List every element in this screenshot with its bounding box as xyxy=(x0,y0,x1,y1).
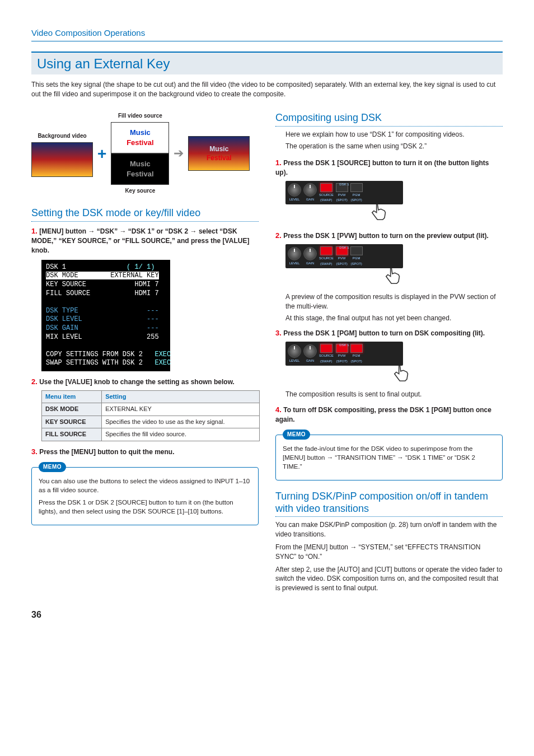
s1-t0: [MENU] button xyxy=(39,227,88,235)
rstep2-text: Press the DSK 1 [PVW] button to turn on … xyxy=(283,232,489,240)
output-video-thumb: Music Festival xyxy=(188,136,250,171)
lbl-pvw2: PVW xyxy=(338,256,346,260)
lbl-pgm3: PGM xyxy=(353,353,360,358)
page-title: Using an External Key xyxy=(31,52,503,74)
left-step-1: 1. [MENU] button → “DSK” → “DSK 1” or “D… xyxy=(31,226,259,371)
lbl-gain2: GAIN xyxy=(306,261,315,265)
memo-p1: You can also use the buttons to select t… xyxy=(39,477,251,494)
cell-r1a: DSK MODE xyxy=(42,403,102,416)
th-menu-item: Menu item xyxy=(42,391,102,403)
logo-line2-k: Festival xyxy=(127,169,153,179)
hw-panel-3: DSK 1 LEVEL GAIN SOURCE(SWAP) PVW(SPOT) … xyxy=(285,342,403,386)
lbl-source3: SOURCE xyxy=(319,353,334,358)
hand-icon3 xyxy=(392,362,403,386)
lbl-level2: LEVEL xyxy=(289,261,300,265)
hw-panel-2: DSK 1 LEVEL GAIN SOURCE(SWAP) PVW(SPOT) … xyxy=(285,244,403,289)
rstep2-body2: At this stage, the final output has not … xyxy=(285,314,503,323)
level-knob2 xyxy=(288,247,301,260)
menu-screenshot: DSK 1 ( 1/ 1) DSK MODE EXTERNAL KEY KEY … xyxy=(41,260,170,371)
logo-line2: Festival xyxy=(127,138,153,148)
memo-p2: Press the DSK 1 or DSK 2 [SOURCE] button… xyxy=(39,498,251,516)
level-knob xyxy=(288,183,301,197)
tandem-p3: After step 2, use the [AUTO] and [CUT] b… xyxy=(275,565,503,593)
left-step-2: 2. Use the [VALUE] knob to change the se… xyxy=(31,377,259,441)
cell-r1b: EXTERNAL KEY xyxy=(102,403,260,416)
subheading-compositing: Compositing using DSK xyxy=(275,112,503,127)
right-step-3: 3. Press the DSK 1 [PGM] button to turn … xyxy=(275,328,503,399)
lbl-level: LEVEL xyxy=(289,197,300,202)
rstep3-body: The composition results is sent to final… xyxy=(285,390,503,399)
panel-title: DSK 1 xyxy=(339,182,349,186)
bg-video-label: Background video xyxy=(38,132,86,140)
left-column: Background video + Fill video source Mus… xyxy=(31,108,259,593)
step3-text: Press the [MENU] button to quit the menu… xyxy=(39,448,174,456)
th-setting: Setting xyxy=(102,391,260,403)
lbl-swap: (SWAP) xyxy=(320,198,332,202)
pgm-btn3 xyxy=(350,344,363,353)
lbl-spot5: (SPOT) xyxy=(336,359,348,363)
lbl-source: SOURCE xyxy=(319,193,334,197)
subheading-tandem: Turning DSK/PinP composition on/off in t… xyxy=(275,491,503,517)
lbl-pvw: PVW xyxy=(338,193,346,197)
left-step-3: 3. Press the [MENU] button to quit the m… xyxy=(31,447,259,457)
lbl-spot3: (SPOT) xyxy=(336,262,348,266)
right-step-1: 1. Press the DSK 1 [SOURCE] button to tu… xyxy=(275,158,503,226)
pgm-btn xyxy=(350,183,363,192)
lbl-pgm: PGM xyxy=(353,193,360,197)
lbl-spot2: (SPOT) xyxy=(351,198,362,202)
memo-right-text: Set the fade-in/out time for the DSK vid… xyxy=(283,444,495,471)
panel-title3: DSK 1 xyxy=(339,343,349,347)
cell-r3b: Specifies the fill video source. xyxy=(102,428,260,441)
tandem-p2a: From the [MENU] button xyxy=(275,543,350,551)
bg-video-thumb xyxy=(31,142,93,177)
lbl-swap2: (SWAP) xyxy=(320,262,332,266)
source-btn2 xyxy=(320,246,332,255)
right-step-2: 2. Press the DSK 1 [PVW] button to turn … xyxy=(275,231,503,323)
intro-text: This sets the key signal (the shape to b… xyxy=(31,80,503,99)
fill-video-label: Fill video source xyxy=(118,112,162,120)
fill-video-thumb: Music Festival xyxy=(111,122,169,153)
gain-knob2 xyxy=(303,247,317,260)
source-btn3 xyxy=(320,344,332,353)
key-source-label: Key source xyxy=(125,187,155,195)
source-btn xyxy=(320,183,332,192)
s1-t2: “DSK 1” or “DSK 2 xyxy=(127,227,190,235)
lbl-source2: SOURCE xyxy=(319,256,334,260)
logo-line1: Music xyxy=(130,128,151,138)
logo-line1-o: Music xyxy=(209,144,228,154)
rstep1-num: 1. xyxy=(275,158,282,167)
step3-num: 3. xyxy=(31,447,38,456)
hand-icon xyxy=(369,201,403,225)
rstep4-num: 4. xyxy=(275,405,282,414)
tandem-p1: You can make DSK/PinP composition (p. 28… xyxy=(275,520,503,539)
rstep3-num: 3. xyxy=(275,329,282,337)
tandem-p2: From the [MENU] button → “SYSTEM,” set “… xyxy=(275,543,503,562)
cell-r2b: Specifies the video to use as the key si… xyxy=(102,416,260,428)
plus-icon: + xyxy=(97,143,106,165)
right-intro2: The operation is the same when using “DS… xyxy=(285,142,503,151)
lbl-gain3: GAIN xyxy=(306,358,315,363)
lbl-pgm2: PGM xyxy=(353,256,360,260)
right-intro1: Here we explain how to use “DSK 1” for c… xyxy=(285,130,503,139)
lbl-gain: GAIN xyxy=(306,197,315,202)
rstep3-text: Press the DSK 1 [PGM] button to turn on … xyxy=(283,329,485,337)
right-column: Compositing using DSK Here we explain ho… xyxy=(275,108,503,593)
settings-table: Menu item Setting DSK MODEEXTERNAL KEY K… xyxy=(41,390,260,441)
memo-badge: MEMO xyxy=(39,462,66,472)
step1-num: 1. xyxy=(31,227,38,235)
lbl-pvw3: PVW xyxy=(338,353,346,358)
page-number: 36 xyxy=(31,609,503,621)
lbl-spot4: (SPOT) xyxy=(351,262,362,266)
rstep2-body1: A preview of the composition results is … xyxy=(285,292,503,311)
panel-title2: DSK 1 xyxy=(339,245,349,250)
gain-knob xyxy=(303,183,317,197)
s1-t1: “DSK” xyxy=(95,227,120,235)
cell-r2a: KEY SOURCE xyxy=(42,416,102,428)
rstep4-text: To turn off DSK compositing, press the D… xyxy=(275,406,491,423)
rstep2-num: 2. xyxy=(275,231,282,240)
memo-badge-r: MEMO xyxy=(283,430,310,440)
hw-panel-1: DSK 1 LEVEL GAIN SOURCE(SWAP) PVW(SPOT) … xyxy=(285,181,403,226)
lbl-spot1: (SPOT) xyxy=(336,198,348,202)
composite-diagram: Background video + Fill video source Mus… xyxy=(31,110,259,197)
hand-icon2 xyxy=(383,265,403,289)
